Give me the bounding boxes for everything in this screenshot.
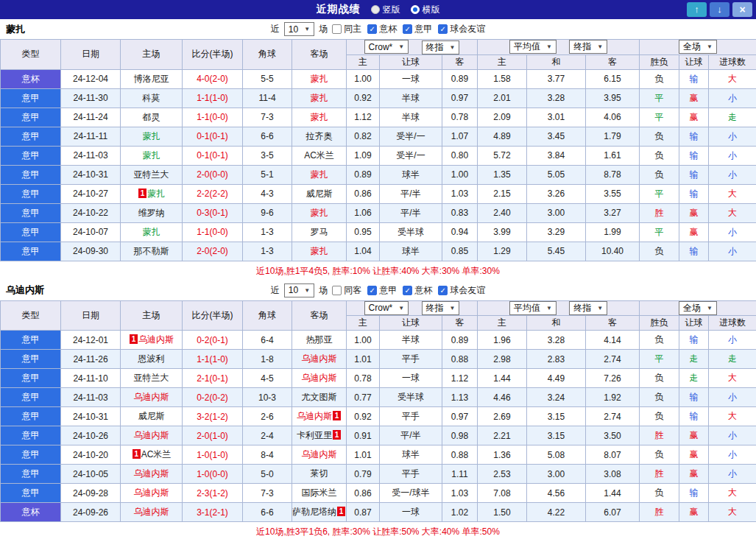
competition-type[interactable]: 意甲 (1, 88, 61, 108)
team-link[interactable]: 乌迪内斯 (134, 487, 169, 498)
team-link[interactable]: 恩波利 (138, 353, 165, 364)
score-link[interactable]: 3-1(2-1) (183, 503, 243, 522)
competition-type[interactable]: 意甲 (1, 127, 61, 146)
filter-checkbox-意杯[interactable]: ✓意杯 (367, 23, 397, 35)
competition-type[interactable]: 意杯 (1, 69, 61, 88)
team-link[interactable]: 萨勒尼塔纳 (292, 507, 336, 517)
filter-checkbox-球会友谊[interactable]: ✓球会友谊 (438, 284, 485, 297)
team-link[interactable]: 亚特兰大 (134, 169, 169, 180)
team-link[interactable]: 威尼斯 (306, 189, 333, 199)
score-link[interactable]: 2-3(1-2) (183, 484, 243, 503)
competition-type[interactable]: 意甲 (1, 165, 61, 184)
team-link[interactable]: 卡利亚里 (297, 430, 332, 440)
competition-type[interactable]: 意甲 (1, 369, 61, 388)
euro-average-select[interactable]: 平均值▼ (509, 301, 557, 315)
euro-average-select[interactable]: 平均值▼ (509, 40, 557, 54)
competition-type[interactable]: 意甲 (1, 203, 61, 222)
match-count-select[interactable]: 10▼ (284, 283, 314, 297)
team-link[interactable]: 莱切 (311, 468, 328, 479)
competition-type[interactable]: 意甲 (1, 108, 61, 127)
score-link[interactable]: 1-1(1-0) (183, 88, 243, 108)
team-link[interactable]: 蒙扎 (311, 246, 328, 256)
team-link[interactable]: 尤文图斯 (302, 392, 337, 402)
team-link[interactable]: 蒙扎 (143, 150, 160, 161)
score-link[interactable]: 0-1(0-1) (183, 127, 243, 146)
score-link[interactable]: 2-0(0-0) (183, 165, 243, 184)
team-link[interactable]: AC米兰 (141, 449, 172, 459)
filter-checkbox-同主[interactable]: 同主 (332, 23, 361, 35)
team-link[interactable]: 维罗纳 (138, 208, 165, 218)
euro-stage-select[interactable]: 终指▼ (569, 40, 607, 54)
competition-type[interactable]: 意甲 (1, 465, 61, 484)
score-link[interactable]: 2-0(2-0) (183, 242, 243, 261)
team-link[interactable]: 蒙扎 (311, 112, 328, 122)
team-link[interactable]: 蒙扎 (311, 74, 328, 84)
team-link[interactable]: 乌迪内斯 (134, 468, 169, 479)
score-link[interactable]: 1-0(1-0) (183, 445, 243, 465)
layout-radio-vertical[interactable]: 竖版 (371, 4, 400, 16)
filter-checkbox-意甲[interactable]: ✓意甲 (367, 284, 397, 297)
competition-type[interactable]: 意甲 (1, 350, 61, 369)
competition-type[interactable]: 意甲 (1, 242, 61, 261)
team-link[interactable]: 乌迪内斯 (134, 430, 169, 440)
team-link[interactable]: 蒙扎 (143, 131, 160, 141)
team-link[interactable]: 拉齐奥 (306, 131, 333, 141)
score-link[interactable]: 3-2(1-2) (183, 407, 243, 426)
score-link[interactable]: 2-1(0-1) (183, 369, 243, 388)
team-link[interactable]: 那不勒斯 (134, 246, 169, 256)
match-count-select[interactable]: 10▼ (284, 22, 314, 36)
score-link[interactable]: 0-1(0-1) (183, 146, 243, 165)
team-link[interactable]: 乌迪内斯 (302, 449, 337, 459)
competition-type[interactable]: 意甲 (1, 484, 61, 503)
score-link[interactable]: 1-1(0-0) (183, 108, 243, 127)
team-link[interactable]: 乌迪内斯 (134, 392, 169, 402)
team-link[interactable]: 乌迪内斯 (138, 334, 174, 345)
team-link[interactable]: 热那亚 (306, 334, 333, 345)
competition-type[interactable]: 意杯 (1, 503, 61, 522)
team-link[interactable]: 蒙扎 (311, 169, 328, 180)
competition-type[interactable]: 意甲 (1, 407, 61, 426)
team-link[interactable]: 乌迪内斯 (302, 353, 337, 364)
filter-checkbox-同客[interactable]: 同客 (332, 284, 361, 297)
close-icon[interactable]: × (732, 2, 752, 17)
asian-stage-select[interactable]: 终指▼ (422, 301, 460, 315)
filter-checkbox-意甲[interactable]: ✓意甲 (403, 23, 432, 35)
score-link[interactable]: 1-0(0-0) (183, 465, 243, 484)
competition-type[interactable]: 意甲 (1, 388, 61, 407)
team-link[interactable]: 乌迪内斯 (297, 411, 332, 421)
score-link[interactable]: 2-2(2-2) (183, 184, 243, 203)
scope-select[interactable]: 全场▼ (679, 40, 717, 54)
team-link[interactable]: 都灵 (143, 112, 160, 122)
team-link[interactable]: 蒙扎 (147, 189, 165, 199)
team-link[interactable]: 蒙扎 (143, 227, 160, 237)
bookmaker-select[interactable]: Crow*▼ (364, 40, 409, 54)
team-link[interactable]: 国际米兰 (302, 487, 337, 498)
filter-checkbox-球会友谊[interactable]: ✓球会友谊 (438, 23, 485, 35)
team-link[interactable]: 威尼斯 (138, 411, 165, 421)
competition-type[interactable]: 意甲 (1, 445, 61, 465)
score-link[interactable]: 4-0(2-0) (183, 69, 243, 88)
competition-type[interactable]: 意甲 (1, 222, 61, 242)
competition-type[interactable]: 意甲 (1, 426, 61, 445)
move-up-button[interactable]: ↑ (687, 2, 707, 17)
asian-stage-select[interactable]: 终指▼ (422, 40, 460, 54)
competition-type[interactable]: 意甲 (1, 184, 61, 203)
score-link[interactable]: 0-2(0-2) (183, 388, 243, 407)
move-down-button[interactable]: ↓ (710, 2, 729, 17)
euro-stage-select[interactable]: 终指▼ (569, 301, 607, 315)
bookmaker-select[interactable]: Crow*▼ (364, 301, 409, 315)
team-link[interactable]: 蒙扎 (311, 93, 328, 103)
team-link[interactable]: 博洛尼亚 (134, 74, 169, 84)
team-link[interactable]: 蒙扎 (311, 208, 328, 218)
team-link[interactable]: AC米兰 (304, 150, 334, 161)
team-link[interactable]: 乌迪内斯 (134, 507, 169, 517)
score-link[interactable]: 1-1(1-0) (183, 350, 243, 369)
filter-checkbox-意杯[interactable]: ✓意杯 (403, 284, 432, 297)
team-link[interactable]: 科莫 (143, 93, 160, 103)
team-link[interactable]: 罗马 (311, 227, 328, 237)
team-link[interactable]: 乌迪内斯 (302, 373, 337, 383)
competition-type[interactable]: 意甲 (1, 331, 61, 350)
score-link[interactable]: 2-0(1-0) (183, 426, 243, 445)
score-link[interactable]: 0-2(0-1) (183, 331, 243, 350)
scope-select[interactable]: 全场▼ (679, 301, 717, 315)
